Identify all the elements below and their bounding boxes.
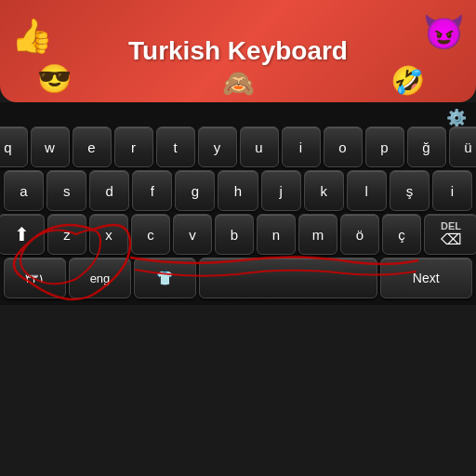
key-s-cedilla[interactable]: ş	[390, 170, 430, 211]
key-emoji[interactable]: 👕	[134, 258, 196, 298]
settings-row: ⚙️	[4, 106, 472, 126]
shift-icon: ⬆	[14, 223, 30, 245]
key-z[interactable]: z	[47, 214, 86, 255]
key-i-dotless[interactable]: i	[432, 170, 472, 211]
del-icon: ⌫	[441, 231, 462, 248]
key-space[interactable]	[199, 258, 377, 298]
key-u[interactable]: u	[240, 126, 279, 167]
key-language[interactable]: ٣٣١	[4, 258, 66, 298]
key-r[interactable]: r	[114, 126, 153, 167]
key-a[interactable]: a	[4, 170, 44, 211]
key-u-umlaut[interactable]: ü	[449, 126, 477, 167]
key-g-breve[interactable]: ğ	[407, 126, 446, 167]
key-k[interactable]: k	[304, 170, 344, 211]
key-eng[interactable]: eng	[69, 258, 131, 298]
emoji-laugh: 🤣	[390, 64, 425, 97]
app-header: 👍 😈 Turkish Keyboard 😎 🙈 🤣	[0, 0, 476, 102]
key-b[interactable]: b	[215, 214, 254, 255]
key-d[interactable]: d	[89, 170, 129, 211]
key-j[interactable]: j	[261, 170, 301, 211]
key-o-umlaut[interactable]: ö	[340, 214, 379, 255]
key-delete[interactable]: DEL ⌫	[424, 214, 476, 255]
key-s[interactable]: s	[46, 170, 86, 211]
next-label: Next	[413, 271, 440, 285]
key-q[interactable]: q	[0, 126, 28, 167]
key-row-4: ٣٣١ eng 👕 Next	[4, 258, 472, 298]
key-row-3: ⬆ z x c v b n m ö ç DEL ⌫	[4, 214, 472, 255]
emoji-thumbsup: 👍	[11, 17, 53, 56]
key-o[interactable]: o	[324, 126, 363, 167]
key-c[interactable]: c	[131, 214, 170, 255]
key-f[interactable]: f	[132, 170, 172, 211]
keyboard-area: ⚙️ q w e r t y u i o p ğ ü a s d f g h j…	[0, 102, 476, 305]
key-l[interactable]: l	[347, 170, 387, 211]
key-p[interactable]: p	[365, 126, 404, 167]
key-x[interactable]: x	[89, 214, 128, 255]
key-shift[interactable]: ⬆	[0, 214, 45, 255]
key-t[interactable]: t	[156, 126, 195, 167]
del-label: DEL	[441, 221, 461, 231]
key-w[interactable]: w	[31, 126, 70, 167]
settings-icon[interactable]: ⚙️	[446, 108, 467, 126]
key-i[interactable]: i	[282, 126, 321, 167]
key-v[interactable]: v	[173, 214, 212, 255]
key-row-2: a s d f g h j k l ş i	[4, 170, 472, 211]
key-h[interactable]: h	[218, 170, 258, 211]
key-c-cedilla[interactable]: ç	[382, 214, 421, 255]
key-n[interactable]: n	[257, 214, 296, 255]
key-row-1: q w e r t y u i o p ğ ü	[4, 126, 472, 167]
emoji-cool: 😎	[37, 62, 72, 95]
key-g[interactable]: g	[175, 170, 215, 211]
emoji-monkey: 🙈	[222, 68, 255, 99]
key-next[interactable]: Next	[380, 258, 472, 298]
key-y[interactable]: y	[198, 126, 237, 167]
key-e[interactable]: e	[73, 126, 112, 167]
emoji-devil: 😈	[423, 13, 465, 52]
app-title: Turkish Keyboard	[128, 36, 348, 66]
key-m[interactable]: m	[298, 214, 337, 255]
